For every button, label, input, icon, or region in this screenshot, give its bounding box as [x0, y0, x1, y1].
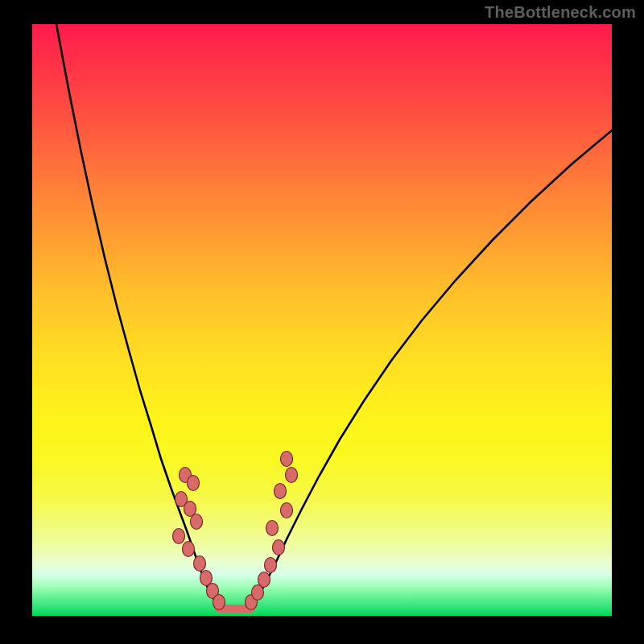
data-marker: [286, 468, 298, 483]
data-marker: [281, 503, 293, 518]
data-marker: [173, 529, 185, 544]
right-curve: [251, 130, 612, 607]
dots-left-group: [173, 468, 225, 610]
data-marker: [258, 572, 270, 588]
data-marker: [191, 514, 203, 530]
plot-area: [32, 24, 612, 616]
data-marker: [275, 484, 287, 499]
data-marker: [213, 595, 225, 610]
dots-right-group: [246, 452, 298, 610]
data-marker: [194, 556, 206, 572]
curve-layer: [32, 24, 612, 616]
data-marker: [281, 452, 293, 467]
watermark-label: TheBottleneck.com: [485, 3, 636, 22]
data-marker: [266, 521, 279, 536]
data-marker: [273, 540, 285, 555]
data-marker: [265, 558, 277, 573]
chart-root: TheBottleneck.com: [0, 0, 644, 644]
data-marker: [183, 542, 195, 557]
data-marker: [188, 476, 200, 491]
